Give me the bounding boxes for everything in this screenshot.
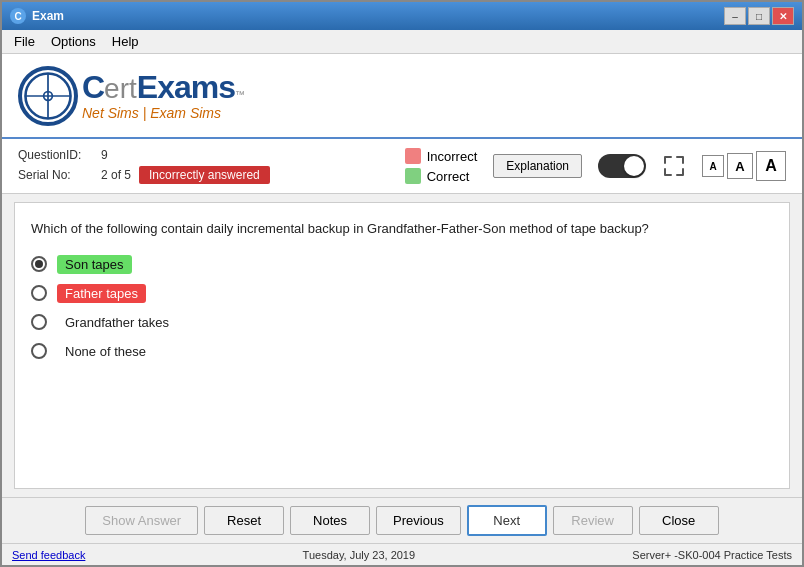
logo-circle [18,66,78,126]
incorrectly-answered-badge: Incorrectly answered [139,166,270,184]
menu-options[interactable]: Options [43,32,104,51]
logo-cert-text: C [82,71,104,103]
serial-no-row: Serial No: 2 of 5 Incorrectly answered [18,166,270,184]
main-window: C Exam – □ ✕ File Options Help C e [0,0,804,567]
option-label-4: None of these [57,342,154,361]
maximize-button[interactable]: □ [748,7,770,25]
option-row-2[interactable]: Father tapes [31,284,773,303]
question-text: Which of the following contain daily inc… [31,219,773,239]
options-list: Son tapes Father tapes Grandfather takes… [31,255,773,361]
font-small-button[interactable]: A [702,155,724,177]
serial-no-value: 2 of 5 [101,168,131,182]
logo-tm: ™ [235,89,245,100]
window-controls: – □ ✕ [724,7,794,25]
correct-label: Correct [427,169,470,184]
explanation-button[interactable]: Explanation [493,154,582,178]
question-id-label: QuestionID: [18,148,93,162]
status-date: Tuesday, July 23, 2019 [303,549,416,561]
status-bar: Send feedback Tuesday, July 23, 2019 Ser… [2,543,802,565]
next-button[interactable]: Next [467,505,547,536]
question-id-row: QuestionID: 9 [18,148,270,162]
radio-1[interactable] [31,256,47,272]
option-row-4[interactable]: None of these [31,342,773,361]
bottom-toolbar: Show Answer Reset Notes Previous Next Re… [2,497,802,543]
show-answer-button[interactable]: Show Answer [85,506,198,535]
logo-exams-text: ert [104,73,137,105]
close-button[interactable]: Close [639,506,719,535]
correct-color-box [405,168,421,184]
toggle-knob [624,156,644,176]
option-label-2: Father tapes [57,284,146,303]
status-exam: Server+ -SK0-004 Practice Tests [632,549,792,561]
menu-file[interactable]: File [6,32,43,51]
toggle-switch[interactable] [598,154,646,178]
radio-3[interactable] [31,314,47,330]
incorrect-label: Incorrect [427,149,478,164]
window-title: Exam [32,9,64,23]
fullscreen-icon[interactable] [662,154,686,178]
radio-4[interactable] [31,343,47,359]
close-window-button[interactable]: ✕ [772,7,794,25]
title-bar: C Exam – □ ✕ [2,2,802,30]
logo-tagline: Net Sims | Exam Sims [82,105,245,121]
logo-crosshair-icon [22,70,74,122]
logo-area: C ert Exams ™ Net Sims | Exam Sims [2,54,802,139]
radio-dot-1 [35,260,43,268]
notes-button[interactable]: Notes [290,506,370,535]
fullscreen-svg [662,154,686,178]
font-size-controls: A A A [702,151,786,181]
menu-help[interactable]: Help [104,32,147,51]
serial-no-label: Serial No: [18,168,93,182]
review-button[interactable]: Review [553,506,633,535]
menu-bar: File Options Help [2,30,802,54]
font-medium-button[interactable]: A [727,153,753,179]
question-id-value: 9 [101,148,108,162]
app-icon: C [10,8,26,24]
incorrect-color-box [405,148,421,164]
option-row-3[interactable]: Grandfather takes [31,313,773,332]
option-label-3: Grandfather takes [57,313,177,332]
send-feedback-link[interactable]: Send feedback [12,549,85,561]
font-large-button[interactable]: A [756,151,786,181]
info-bar: QuestionID: 9 Serial No: 2 of 5 Incorrec… [2,139,802,194]
option-row-1[interactable]: Son tapes [31,255,773,274]
info-fields: QuestionID: 9 Serial No: 2 of 5 Incorrec… [18,148,270,184]
previous-button[interactable]: Previous [376,506,461,535]
logo-exams-brand: Exams [137,71,235,103]
toggle-container[interactable] [598,154,646,178]
logo-text: C ert Exams ™ Net Sims | Exam Sims [82,71,245,121]
legend-area: Incorrect Correct [405,148,478,184]
reset-button[interactable]: Reset [204,506,284,535]
minimize-button[interactable]: – [724,7,746,25]
question-area: Which of the following contain daily inc… [14,202,790,489]
correct-legend: Correct [405,168,478,184]
radio-2[interactable] [31,285,47,301]
incorrect-legend: Incorrect [405,148,478,164]
option-label-1: Son tapes [57,255,132,274]
